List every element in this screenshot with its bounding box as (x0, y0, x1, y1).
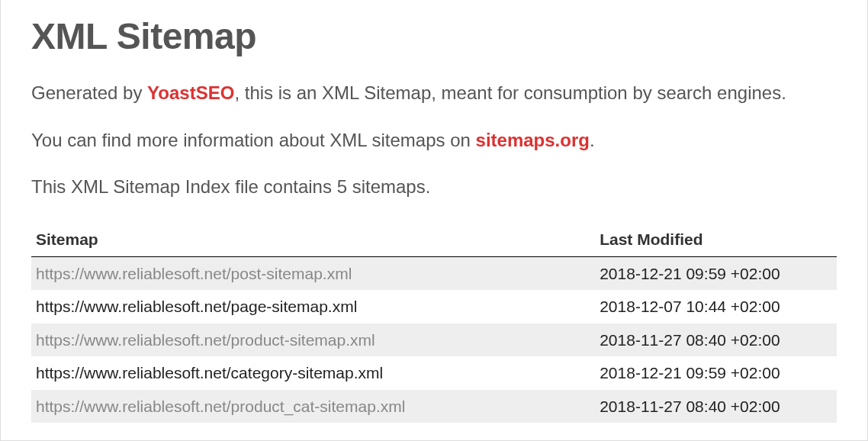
col-header-sitemap: Sitemap (31, 221, 595, 257)
table-row: https://www.reliablesoft.net/page-sitema… (31, 290, 837, 324)
sitemap-url-cell[interactable]: https://www.reliablesoft.net/category-si… (31, 356, 595, 390)
intro-line2-suffix: . (590, 130, 595, 150)
sitemap-url-cell[interactable]: https://www.reliablesoft.net/page-sitema… (31, 290, 595, 324)
table-header-row: Sitemap Last Modified (31, 221, 837, 257)
sitemap-modified-cell: 2018-12-21 09:59 +02:00 (595, 256, 837, 290)
table-row: https://www.reliablesoft.net/category-si… (31, 356, 837, 390)
sitemap-modified-cell: 2018-11-27 08:40 +02:00 (595, 390, 837, 423)
sitemap-modified-cell: 2018-12-21 09:59 +02:00 (595, 356, 837, 390)
sitemap-table: Sitemap Last Modified https://www.reliab… (31, 221, 837, 423)
intro-line-1: Generated by YoastSEO, this is an XML Si… (31, 80, 837, 106)
intro-line1-suffix: , this is an XML Sitemap, meant for cons… (234, 82, 786, 103)
intro-line-3: This XML Sitemap Index file contains 5 s… (31, 174, 837, 200)
intro-block: Generated by YoastSEO, this is an XML Si… (31, 80, 837, 200)
table-row: https://www.reliablesoft.net/post-sitema… (31, 256, 837, 290)
sitemap-modified-cell: 2018-11-27 08:40 +02:00 (595, 324, 837, 357)
table-row: https://www.reliablesoft.net/product_cat… (31, 390, 837, 423)
intro-line1-prefix: Generated by (31, 82, 147, 103)
sitemap-table-body: https://www.reliablesoft.net/post-sitema… (31, 256, 837, 423)
sitemap-url-cell[interactable]: https://www.reliablesoft.net/product_cat… (31, 390, 595, 423)
sitemap-url-cell[interactable]: https://www.reliablesoft.net/post-sitema… (31, 256, 595, 290)
intro-line2-prefix: You can find more information about XML … (31, 130, 476, 150)
sitemapsorg-link[interactable]: sitemaps.org (476, 130, 590, 150)
yoastseo-link[interactable]: YoastSEO (147, 82, 234, 103)
page-title: XML Sitemap (31, 15, 837, 57)
col-header-last-modified: Last Modified (595, 221, 837, 257)
sitemap-container: XML Sitemap Generated by YoastSEO, this … (1, 0, 867, 441)
table-row: https://www.reliablesoft.net/product-sit… (31, 324, 837, 357)
sitemap-url-cell[interactable]: https://www.reliablesoft.net/product-sit… (31, 324, 595, 357)
intro-line-2: You can find more information about XML … (31, 127, 837, 153)
sitemap-modified-cell: 2018-12-07 10:44 +02:00 (595, 290, 837, 324)
